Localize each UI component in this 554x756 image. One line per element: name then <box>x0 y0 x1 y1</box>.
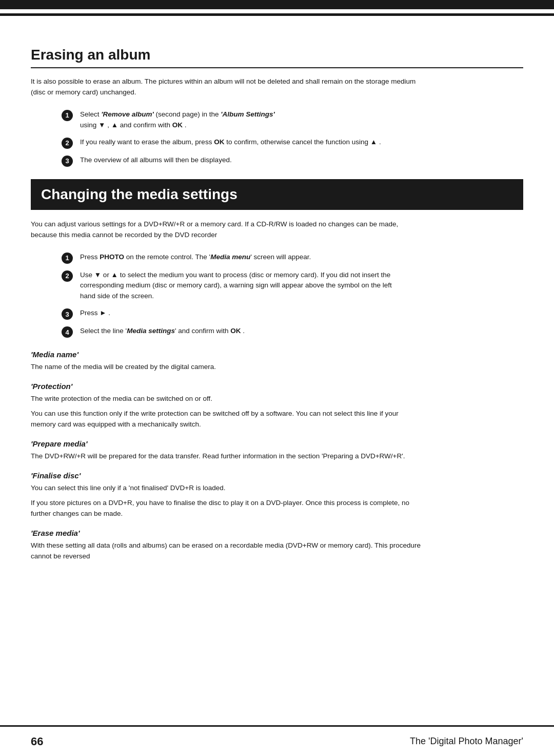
erasing-title: Erasing an album <box>31 47 523 63</box>
page-content: Erasing an album It is also possible to … <box>0 16 554 607</box>
finalise-disc-text-1: You can select this line only if a 'not … <box>31 483 421 494</box>
step-number-1: 1 <box>62 110 73 121</box>
media-name-title: 'Media name' <box>31 350 523 359</box>
changing-step-text-1: Press PHOTO on the remote control. The '… <box>80 252 311 263</box>
changing-step-4: 4 Select the line 'Media settings' and c… <box>62 326 523 338</box>
changing-step-number-2: 2 <box>62 270 73 282</box>
changing-step-number-1: 1 <box>62 253 73 264</box>
changing-step-2: 2 Use ▼ or ▲ to select the medium you wa… <box>62 270 523 302</box>
top-bar <box>0 0 554 9</box>
changing-step-3: 3 Press ► . <box>62 308 523 320</box>
prepare-media-title: 'Prepare media' <box>31 439 523 448</box>
changing-steps: 1 Press PHOTO on the remote control. The… <box>62 252 523 338</box>
step-text-3: The overview of all albums will then be … <box>80 155 232 166</box>
erasing-step-1: 1 Select 'Remove album' (second page) in… <box>62 109 523 131</box>
protection-text-2: You can use this function only if the wr… <box>31 409 421 430</box>
changing-step-text-4: Select the line 'Media settings' and con… <box>80 326 245 337</box>
step-number-3: 3 <box>62 156 73 167</box>
protection-text-1: The write protection of the media can be… <box>31 394 421 404</box>
finalise-disc-title: 'Finalise disc' <box>31 471 523 480</box>
erase-media-text: With these setting all data (rolls and a… <box>31 540 421 562</box>
changing-step-number-3: 3 <box>62 308 73 320</box>
media-name-text: The name of the media will be created by… <box>31 362 421 373</box>
step-number-2: 2 <box>62 138 73 149</box>
changing-title: Changing the media settings <box>41 186 513 203</box>
subsection-erase-media: 'Erase media' With these setting all dat… <box>31 529 523 562</box>
page-footer: 66 The 'Digital Photo Manager' <box>0 725 554 756</box>
erasing-step-2: 2 If you really want to erase the album,… <box>62 137 523 149</box>
footer-app-title: The 'Digital Photo Manager' <box>410 736 523 747</box>
changing-step-number-4: 4 <box>62 326 73 338</box>
erasing-step-3: 3 The overview of all albums will then b… <box>62 155 523 167</box>
step-text-1: Select 'Remove album' (second page) in t… <box>80 109 275 131</box>
subsection-protection: 'Protection' The write protection of the… <box>31 382 523 430</box>
finalise-disc-text-2: If you store pictures on a DVD+R, you ha… <box>31 498 421 519</box>
changing-step-1: 1 Press PHOTO on the remote control. The… <box>62 252 523 264</box>
subsection-prepare-media: 'Prepare media' The DVD+RW/+R will be pr… <box>31 439 523 462</box>
erase-media-title: 'Erase media' <box>31 529 523 537</box>
subsection-media-name: 'Media name' The name of the media will … <box>31 350 523 373</box>
changing-intro: You can adjust various settings for a DV… <box>31 219 421 241</box>
changing-step-text-2: Use ▼ or ▲ to select the medium you want… <box>80 270 408 302</box>
changing-title-box: Changing the media settings <box>31 179 523 210</box>
protection-title: 'Protection' <box>31 382 523 391</box>
erasing-divider <box>31 67 523 68</box>
subsection-finalise-disc: 'Finalise disc' You can select this line… <box>31 471 523 519</box>
erasing-steps: 1 Select 'Remove album' (second page) in… <box>62 109 523 167</box>
erasing-intro: It is also possible to erase an album. T… <box>31 76 421 98</box>
prepare-media-text: The DVD+RW/+R will be prepared for the d… <box>31 451 421 462</box>
footer-page-number: 66 <box>31 735 43 748</box>
changing-step-text-3: Press ► . <box>80 308 110 319</box>
step-text-2: If you really want to erase the album, p… <box>80 137 381 148</box>
